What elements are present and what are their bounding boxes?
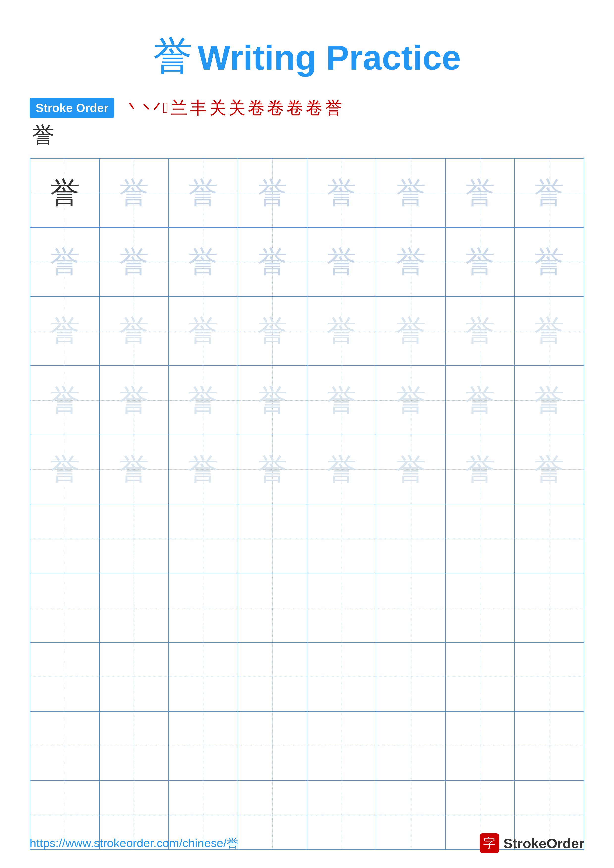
stroke-9: 卷 (267, 99, 284, 116)
grid-cell-r9c3[interactable] (169, 711, 238, 780)
stroke-12: 誉 (325, 99, 342, 116)
grid-cell-r1c4[interactable]: 誉 (238, 158, 307, 227)
stroke-8: 卷 (248, 99, 265, 116)
grid-cell-r4c1[interactable]: 誉 (30, 366, 99, 435)
grid-cell-r5c3[interactable]: 誉 (169, 435, 238, 504)
grid-cell-r7c4[interactable] (238, 573, 307, 642)
practice-char-dark: 誉 (50, 178, 80, 208)
footer-logo-text: StrokeOrder (503, 835, 584, 851)
grid-cell-r9c2[interactable] (99, 711, 168, 780)
footer: https://www.strokeorder.com/chinese/誉 字 … (30, 833, 584, 853)
grid-cell-r5c4[interactable]: 誉 (238, 435, 307, 504)
grid-cell-r6c3[interactable] (169, 504, 238, 573)
grid-cell-r2c1[interactable]: 誉 (30, 227, 99, 296)
grid-cell-r4c3[interactable]: 誉 (169, 366, 238, 435)
stroke-1: 丶 (124, 99, 141, 116)
grid-cell-r9c1[interactable] (30, 711, 99, 780)
footer-logo-char: 字 (483, 835, 496, 852)
grid-cell-r6c6[interactable] (376, 504, 445, 573)
grid-cell-r5c1[interactable]: 誉 (30, 435, 99, 504)
stroke-order-badge: Stroke Order (30, 98, 114, 118)
grid-cell-r1c7[interactable]: 誉 (445, 158, 515, 227)
grid-cell-r6c4[interactable] (238, 504, 307, 573)
footer-url[interactable]: https://www.strokeorder.com/chinese/誉 (30, 835, 238, 851)
grid-cell-r9c4[interactable] (238, 711, 307, 780)
grid-cell-r6c7[interactable] (445, 504, 515, 573)
grid-cell-r1c6[interactable]: 誉 (376, 158, 445, 227)
grid-cell-r6c8[interactable] (515, 504, 584, 573)
practice-grid: 誉 誉 誉 誉 誉 誉 誉 誉 誉 誉 誉 誉 誉 誉 誉 誉 誉 誉 誉 誉 … (30, 158, 584, 850)
grid-cell-r7c7[interactable] (445, 573, 515, 642)
grid-cell-r9c8[interactable] (515, 711, 584, 780)
grid-cell-r9c5[interactable] (307, 711, 376, 780)
stroke-11: 卷 (306, 99, 323, 116)
grid-cell-r4c8[interactable]: 誉 (515, 366, 584, 435)
grid-cell-r8c1[interactable] (30, 642, 99, 711)
stroke-order-section: Stroke Order 丶 丷 𠃊 兰 丰 关 关 卷 卷 卷 卷 誉 誉 (30, 98, 584, 150)
grid-cell-r3c5[interactable]: 誉 (307, 297, 376, 366)
grid-cell-r6c5[interactable] (307, 504, 376, 573)
practice-char-light: 誉 (327, 178, 356, 208)
grid-cell-r5c2[interactable]: 誉 (99, 435, 168, 504)
grid-cell-r3c6[interactable]: 誉 (376, 297, 445, 366)
grid-cell-r5c5[interactable]: 誉 (307, 435, 376, 504)
grid-cell-r7c1[interactable] (30, 573, 99, 642)
grid-cell-r1c3[interactable]: 誉 (169, 158, 238, 227)
grid-cell-r2c8[interactable]: 誉 (515, 227, 584, 296)
grid-cell-r9c7[interactable] (445, 711, 515, 780)
grid-cell-r3c7[interactable]: 誉 (445, 297, 515, 366)
grid-cell-r8c4[interactable] (238, 642, 307, 711)
footer-logo-icon: 字 (479, 833, 499, 853)
stroke-final-char: 誉 (32, 120, 54, 150)
grid-cell-r7c6[interactable] (376, 573, 445, 642)
stroke-10: 卷 (286, 99, 303, 116)
practice-char-light: 誉 (396, 178, 426, 208)
grid-cell-r1c5[interactable]: 誉 (307, 158, 376, 227)
grid-cell-r6c2[interactable] (99, 504, 168, 573)
grid-cell-r2c7[interactable]: 誉 (445, 227, 515, 296)
title-text: Writing Practice (197, 38, 461, 77)
grid-cell-r7c3[interactable] (169, 573, 238, 642)
grid-cell-r2c6[interactable]: 誉 (376, 227, 445, 296)
grid-cell-r5c6[interactable]: 誉 (376, 435, 445, 504)
grid-cell-r2c3[interactable]: 誉 (169, 227, 238, 296)
grid-cell-r8c5[interactable] (307, 642, 376, 711)
grid-cell-r2c2[interactable]: 誉 (99, 227, 168, 296)
practice-char-light: 誉 (465, 178, 495, 208)
grid-cell-r8c6[interactable] (376, 642, 445, 711)
grid-cell-r8c2[interactable] (99, 642, 168, 711)
grid-cell-r1c8[interactable]: 誉 (515, 158, 584, 227)
grid-cell-r3c2[interactable]: 誉 (99, 297, 168, 366)
stroke-6: 关 (209, 99, 226, 116)
grid-cell-r5c8[interactable]: 誉 (515, 435, 584, 504)
grid-cell-r5c7[interactable]: 誉 (445, 435, 515, 504)
grid-cell-r3c3[interactable]: 誉 (169, 297, 238, 366)
grid-cell-r4c7[interactable]: 誉 (445, 366, 515, 435)
grid-cell-r2c4[interactable]: 誉 (238, 227, 307, 296)
grid-cell-r3c8[interactable]: 誉 (515, 297, 584, 366)
practice-char-light: 誉 (119, 178, 149, 208)
grid-cell-r7c5[interactable] (307, 573, 376, 642)
stroke-5: 丰 (190, 99, 207, 116)
grid-cell-r4c5[interactable]: 誉 (307, 366, 376, 435)
page: 誉Writing Practice Stroke Order 丶 丷 𠃊 兰 丰… (0, 0, 614, 868)
grid-cell-r4c2[interactable]: 誉 (99, 366, 168, 435)
grid-cell-r2c5[interactable]: 誉 (307, 227, 376, 296)
grid-cell-r7c8[interactable] (515, 573, 584, 642)
grid-cell-r4c6[interactable]: 誉 (376, 366, 445, 435)
grid-cell-r1c1[interactable]: 誉 (30, 158, 99, 227)
grid-cell-r8c3[interactable] (169, 642, 238, 711)
grid-cell-r7c2[interactable] (99, 573, 168, 642)
practice-char-light: 誉 (258, 178, 287, 208)
grid-cell-r3c1[interactable]: 誉 (30, 297, 99, 366)
grid-cell-r8c7[interactable] (445, 642, 515, 711)
grid-cell-r3c4[interactable]: 誉 (238, 297, 307, 366)
grid-cell-r9c6[interactable] (376, 711, 445, 780)
footer-logo: 字 StrokeOrder (479, 833, 584, 853)
practice-char-light: 誉 (534, 178, 564, 208)
grid-cell-r6c1[interactable] (30, 504, 99, 573)
grid-cell-r8c8[interactable] (515, 642, 584, 711)
grid-cell-r4c4[interactable]: 誉 (238, 366, 307, 435)
title-section: 誉Writing Practice (30, 30, 584, 83)
grid-cell-r1c2[interactable]: 誉 (99, 158, 168, 227)
